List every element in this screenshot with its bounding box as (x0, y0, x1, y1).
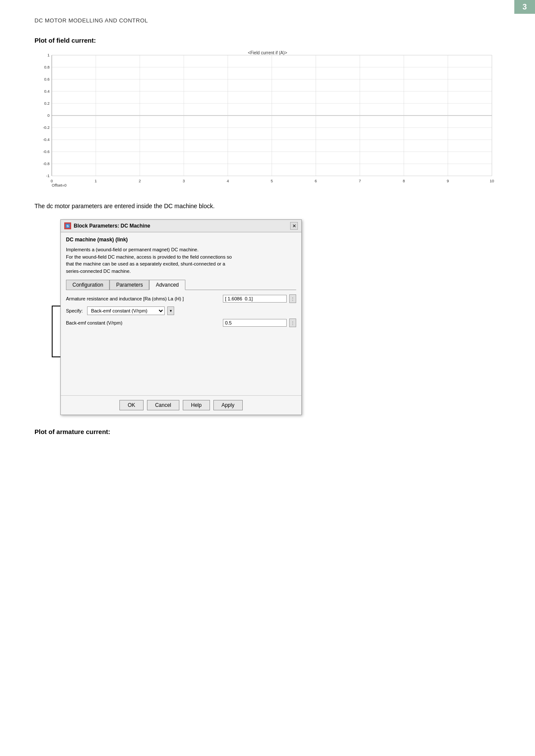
field-current-chart: <Field current if (A)> 1 0.8 0.6 0.4 0.2… (34, 51, 501, 189)
specify-label: Specify: (66, 308, 83, 313)
dialog-footer: OK Cancel Help Apply (61, 395, 301, 415)
back-emf-param-row: Back-emf constant (V/rpm) ⋮ (66, 319, 296, 327)
back-emf-label: Back-emf constant (V/rpm) (66, 320, 220, 325)
description-text: The dc motor parameters are entered insi… (34, 202, 501, 211)
armature-param-icon[interactable]: ⋮ (289, 294, 296, 303)
apply-button[interactable]: Apply (213, 400, 243, 410)
bracket-decoration (52, 306, 60, 357)
svg-text:-0.6: -0.6 (43, 150, 50, 154)
svg-text:0.2: 0.2 (44, 101, 50, 106)
svg-text:S: S (66, 224, 69, 228)
svg-text:-0.2: -0.2 (43, 125, 50, 130)
dialog-body: DC machine (mask) (link) Implements a (w… (61, 232, 301, 395)
specify-dropdown-arrow[interactable]: ▼ (167, 306, 174, 315)
tab-parameters[interactable]: Parameters (110, 280, 149, 290)
svg-text:-0.8: -0.8 (43, 162, 50, 166)
svg-text:1: 1 (95, 179, 97, 183)
field-current-title: Plot of field current: (34, 37, 501, 44)
svg-text:0: 0 (51, 179, 53, 183)
svg-text:0.8: 0.8 (44, 65, 50, 69)
dialog-app-icon: S (64, 222, 71, 229)
dialog-content-area (66, 331, 296, 391)
armature-current-title: Plot of armature current: (34, 428, 501, 435)
svg-text:0.6: 0.6 (44, 77, 50, 81)
svg-text:3: 3 (183, 179, 185, 183)
svg-text:4: 4 (227, 179, 229, 183)
dialog-title: Block Parameters: DC Machine (74, 223, 150, 229)
specify-select[interactable]: Back-emf constant (V/rpm) (87, 306, 165, 315)
ok-button[interactable]: OK (119, 400, 143, 410)
armature-input[interactable] (223, 295, 287, 303)
svg-text:7: 7 (359, 179, 361, 183)
svg-text:10: 10 (490, 179, 494, 183)
tab-advanced[interactable]: Advanced (149, 280, 185, 290)
svg-text:-0.4: -0.4 (43, 137, 50, 142)
svg-text:-1: -1 (46, 174, 50, 178)
svg-text:Offset=0: Offset=0 (52, 183, 66, 187)
svg-text:2: 2 (139, 179, 141, 183)
svg-text:<Field current if (A)>: <Field current if (A)> (248, 51, 287, 55)
armature-label: Armature resistance and inductance [Ra (… (66, 296, 220, 301)
armature-param-row: Armature resistance and inductance [Ra (… (66, 294, 296, 303)
tab-configuration[interactable]: Configuration (66, 280, 110, 290)
svg-text:1: 1 (47, 53, 50, 57)
svg-text:8: 8 (403, 179, 405, 183)
dialog-titlebar: S Block Parameters: DC Machine ✕ (61, 220, 301, 232)
svg-text:9: 9 (447, 179, 449, 183)
page-number: 3 (514, 0, 535, 14)
svg-text:0.4: 0.4 (44, 89, 50, 94)
document-header: DC MOTOR MODELLING AND CONTROL (34, 17, 501, 24)
svg-text:5: 5 (271, 179, 273, 183)
back-emf-input[interactable] (223, 319, 287, 327)
back-emf-param-icon[interactable]: ⋮ (289, 319, 296, 327)
dialog-subtitle: DC machine (mask) (link) (66, 237, 296, 243)
dialog-close-button[interactable]: ✕ (290, 222, 298, 230)
cancel-button[interactable]: Cancel (147, 400, 179, 410)
dialog-tabs: Configuration Parameters Advanced (66, 280, 296, 290)
svg-text:6: 6 (315, 179, 317, 183)
dialog-description: Implements a (wound-field or permanent m… (66, 246, 296, 275)
block-parameters-dialog: S Block Parameters: DC Machine ✕ DC mach… (60, 219, 302, 415)
help-button[interactable]: Help (183, 400, 210, 410)
specify-row: Specify: Back-emf constant (V/rpm) ▼ (66, 306, 296, 315)
svg-text:0: 0 (47, 113, 50, 118)
